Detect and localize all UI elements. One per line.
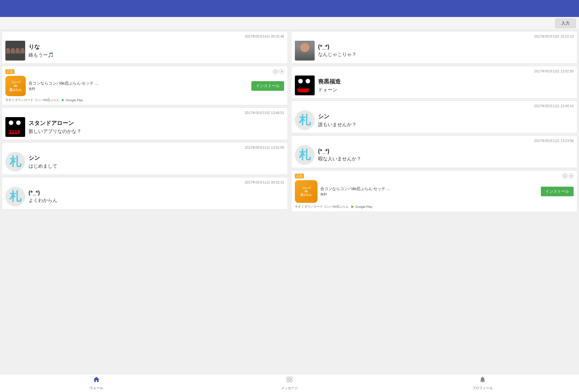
ad-header-right: 広告 ⓘ ✕: [295, 173, 574, 178]
post-standalone[interactable]: 2017年05月13日 13:48:51: [2, 107, 288, 140]
ad-icons: ⓘ ✕: [273, 69, 284, 74]
ad-body-right: コンパde恋ぷらん 合コンならコンパde恋ぷらん-セッテ ... 無料 インスト…: [295, 180, 574, 203]
post-info: (*_*) なんじゃこりゃ？: [318, 44, 574, 58]
ad-text: 合コンならコンパde恋ぷらん-セッテ ... 無料: [29, 81, 249, 91]
nav-message-label: メッセージ: [281, 386, 298, 391]
ad-text-right: 合コンならコンパde恋ぷらん-セッテ ... 無料: [320, 186, 538, 197]
post-info: スタンドアローン 新しいアプリなのかな？: [29, 119, 284, 135]
post-timestamp: 2017年05月13日 13:52:50: [295, 69, 574, 74]
ad-body: コンパde恋ぷらん 合コンならコンパde恋ぷらん-セッテ ... 無料 インスト…: [5, 76, 284, 96]
google-play-icon-left: [61, 98, 65, 102]
post-body: 札 シン 誰もいませんか？: [295, 110, 574, 130]
nav-wall-label: ウォール: [90, 386, 103, 391]
post-timestamp: 2017年05月13日 13:48:51: [5, 111, 284, 115]
ad-app-icon-left: コンパde恋ぷらん: [5, 76, 26, 96]
ad-install-button-left[interactable]: インストール: [251, 81, 284, 91]
post-username: (*_*): [318, 148, 574, 154]
avatar-man: [295, 41, 315, 61]
post-morokofukuzo[interactable]: 2017年05月13日 13:52:50 喪黒福造 ドォーン: [291, 66, 577, 98]
post-username: りな: [29, 43, 284, 51]
svg-marker-1: [351, 205, 354, 208]
ad-header: 広告 ⓘ ✕: [5, 69, 284, 74]
ad-card-left: 広告 ⓘ ✕ コンパde恋ぷらん 合コンならコンパde恋ぷらん-セッテ ... …: [2, 66, 288, 105]
post-username: スタンドアローン: [29, 119, 284, 127]
post-body: スタンドアローン 新しいアプリなのかな？: [5, 117, 284, 137]
ad-close-icon[interactable]: ✕: [279, 69, 284, 74]
post-info: 喪黒福造 ドォーン: [318, 78, 574, 93]
post-message: 新しいアプリなのかな？: [29, 128, 284, 135]
bottom-nav: ウォール メッセージ プロフィール: [0, 374, 579, 392]
post-message: よくわからん: [29, 197, 284, 204]
avatar-skull-right: [295, 76, 315, 95]
post-star-right2[interactable]: 2017年05月11日 13:23:58 札 (*_*) 暇な人いませんか？: [291, 135, 577, 168]
avatar-fuda-shin-right1: 札: [295, 110, 315, 130]
nav-message[interactable]: メッセージ: [193, 374, 386, 392]
post-message: 暇な人いませんか？: [318, 156, 574, 162]
post-star-right1[interactable]: 2017年05月13日 16:22:13 (*_*) なんじゃこりゃ？: [291, 31, 577, 64]
post-shin1[interactable]: 2017年05月11日 13:31:55 札 シン はじめまして: [2, 142, 288, 175]
fuda-character: 札: [9, 154, 21, 170]
post-timestamp: 2017年05月11日 09:32:31: [5, 180, 284, 185]
ad-download-text-left: 今すぐダウンロード コンパde恋ぷらん: [5, 98, 59, 102]
ad-title-right: 合コンならコンパde恋ぷらん-セッテ ...: [320, 186, 538, 191]
left-column: 2017年05月14日 05:32:46 りな 絡もうー🎵: [0, 30, 290, 374]
ad-badge: 広告: [5, 69, 14, 74]
google-play-icon-right: [351, 205, 355, 209]
google-play-right: Google Play: [351, 205, 372, 209]
post-rina[interactable]: 2017年05月14日 05:32:46 りな 絡もうー🎵: [2, 31, 288, 64]
ad-info-icon[interactable]: ⓘ: [273, 69, 278, 74]
input-button[interactable]: 入力: [555, 19, 576, 28]
ad-title: 合コンならコンパde恋ぷらん-セッテ ...: [29, 81, 249, 86]
ad-footer-left: 今すぐダウンロード コンパde恋ぷらん Google Play: [5, 98, 284, 102]
post-body: 喪黒福造 ドォーン: [295, 76, 574, 95]
ad-free-label: 無料: [29, 87, 249, 91]
post-shin-right1[interactable]: 2017年05月11日 13:40:14 札 シン 誰もいませんか？: [291, 101, 577, 133]
rina-face: [20, 48, 25, 53]
rina-faces: [6, 48, 25, 53]
post-message: 誰もいませんか？: [318, 121, 574, 128]
post-timestamp: 2017年05月14日 05:32:46: [5, 34, 284, 39]
post-info: シン 誰もいませんか？: [318, 113, 574, 128]
ad-install-button-right[interactable]: インストール: [541, 187, 574, 196]
fuda-character: 札: [9, 189, 21, 204]
post-star1[interactable]: 2017年05月11日 09:32:31 札 (*_*) よくわからん: [2, 177, 288, 210]
ad-download-text-right: 今すぐダウンロード コンパde恋ぷらん: [295, 204, 349, 209]
avatar-fuda-star-right2: 札: [295, 145, 315, 165]
avatar-skull-left: [5, 117, 25, 137]
nav-profile-label: プロフィール: [472, 386, 493, 391]
post-body: (*_*) なんじゃこりゃ？: [295, 41, 574, 61]
nav-profile[interactable]: プロフィール: [386, 374, 579, 392]
nav-wall[interactable]: ウォール: [0, 374, 193, 392]
post-timestamp: 2017年05月11日 13:31:55: [5, 145, 284, 150]
rina-face: [11, 48, 15, 53]
post-body: 札 (*_*) 暇な人いませんか？: [295, 145, 574, 165]
fuda-character: 札: [299, 112, 311, 128]
home-icon: [93, 376, 100, 385]
post-username: 喪黒福造: [318, 78, 574, 85]
right-column: 2017年05月13日 16:22:13 (*_*) なんじゃこりゃ？ 2017…: [290, 30, 579, 374]
post-body: りな 絡もうー🎵: [5, 41, 284, 61]
post-message: なんじゃこりゃ？: [318, 51, 574, 58]
post-info: (*_*) 暇な人いませんか？: [318, 148, 574, 162]
avatar-rina: [5, 41, 25, 61]
ad-info-icon-right[interactable]: ⓘ: [562, 173, 567, 178]
message-icon: [286, 376, 293, 385]
ad-close-icon-right[interactable]: ✕: [569, 173, 574, 178]
post-info: シン はじめまして: [29, 154, 284, 169]
ad-icons-right: ⓘ ✕: [562, 173, 574, 178]
header-bar: [0, 0, 579, 17]
post-body: 札 (*_*) よくわからん: [5, 187, 284, 206]
ad-free-right: 無料: [320, 192, 538, 197]
fuda-character: 札: [299, 147, 311, 163]
post-timestamp: 2017年05月11日 13:40:14: [295, 104, 574, 109]
avatar-fuda-shin1: 札: [5, 152, 25, 172]
svg-marker-0: [62, 98, 64, 102]
ad-badge-right: 広告: [295, 174, 304, 178]
avatar-fuda-star1: 札: [5, 187, 25, 206]
input-bar: 入力: [0, 17, 579, 30]
post-body: 札 シン はじめまして: [5, 152, 284, 172]
post-message: はじめまして: [29, 163, 284, 169]
post-info: りな 絡もうー🎵: [29, 43, 284, 58]
post-username: (*_*): [29, 189, 284, 196]
post-username: (*_*): [318, 44, 574, 50]
